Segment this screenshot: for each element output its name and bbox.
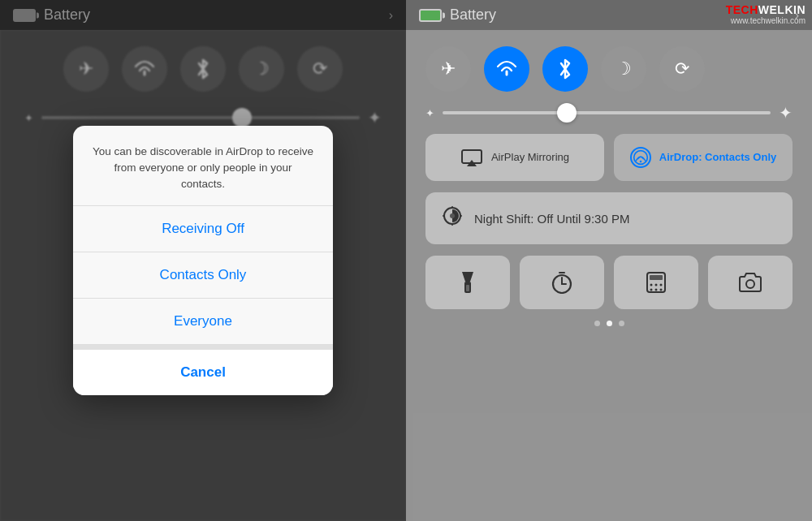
- left-panel: Battery › ✈ ☽ ⟳ ✦: [0, 0, 406, 521]
- airplay-label: AirPlay Mirroring: [491, 151, 569, 165]
- right-control-center: ✈ ☽ ⟳ ✦ ✦: [406, 30, 812, 521]
- lock-rotate-btn-right[interactable]: ⟳: [659, 46, 705, 92]
- bottom-icons-row: [425, 256, 793, 309]
- airdrop-label: AirDrop: Contacts Only: [659, 151, 776, 165]
- right-panel: TECHWELKIN www.techwelkin.com Battery › …: [406, 0, 812, 521]
- everyone-option[interactable]: Everyone: [73, 299, 333, 345]
- brightness-thumb-right: [557, 103, 577, 123]
- svg-point-23: [660, 289, 663, 291]
- dot-1: [594, 321, 600, 326]
- dialog-overlay: You can be discoverable in AirDrop to re…: [0, 0, 406, 521]
- moon-btn-right[interactable]: ☽: [601, 46, 646, 92]
- logo-tech: TECHWELKIN: [726, 3, 806, 16]
- battery-icon-right: [419, 9, 442, 22]
- page-dots: [425, 321, 793, 333]
- bluetooth-btn-right[interactable]: [542, 46, 588, 92]
- svg-marker-9: [462, 272, 473, 282]
- svg-point-20: [660, 284, 663, 286]
- contacts-only-option[interactable]: Contacts Only: [73, 252, 333, 299]
- camera-button[interactable]: [708, 256, 793, 309]
- brightness-high-icon-right: ✦: [779, 103, 793, 123]
- logo-url: www.techwelkin.com: [726, 16, 806, 25]
- brightness-low-icon-right: ✦: [425, 107, 434, 119]
- airplay-button[interactable]: AirPlay Mirroring: [425, 134, 604, 181]
- dot-2: [607, 321, 612, 326]
- svg-rect-17: [650, 275, 663, 280]
- brightness-slider-right[interactable]: [443, 111, 771, 114]
- dialog-cancel-section: Cancel: [73, 345, 333, 395]
- svg-point-2: [640, 161, 642, 163]
- svg-point-19: [655, 284, 658, 286]
- airdrop-dialog: You can be discoverable in AirDrop to re…: [73, 126, 333, 396]
- timer-button[interactable]: [520, 256, 604, 309]
- night-shift-icon: [442, 205, 463, 231]
- dialog-message: You can be discoverable in AirDrop to re…: [73, 126, 333, 207]
- wifi-btn-right[interactable]: [484, 46, 529, 92]
- airplay-airdrop-row: AirPlay Mirroring AirDrop: Contacts Only: [425, 134, 793, 181]
- svg-rect-11: [466, 285, 469, 291]
- svg-point-18: [650, 284, 653, 286]
- airdrop-button[interactable]: AirDrop: Contacts Only: [614, 134, 793, 181]
- night-shift-button[interactable]: Night Shift: Off Until 9:30 PM: [425, 192, 793, 244]
- cancel-button[interactable]: Cancel: [73, 350, 333, 395]
- svg-point-24: [746, 280, 754, 288]
- receiving-off-option[interactable]: Receiving Off: [73, 206, 333, 252]
- airplay-icon: [460, 149, 483, 166]
- svg-point-21: [650, 289, 653, 291]
- right-toggle-row: ✈ ☽ ⟳: [425, 46, 793, 92]
- logo-area: TECHWELKIN www.techwelkin.com: [726, 3, 806, 25]
- svg-point-22: [655, 289, 658, 291]
- calculator-button[interactable]: [614, 256, 698, 309]
- svg-point-4: [450, 213, 455, 218]
- dot-3: [619, 321, 624, 326]
- flashlight-button[interactable]: [425, 256, 510, 309]
- right-brightness-row: ✦ ✦: [425, 103, 793, 123]
- airdrop-icon: [630, 147, 651, 168]
- airplane-btn-right[interactable]: ✈: [425, 46, 471, 92]
- night-shift-label: Night Shift: Off Until 9:30 PM: [474, 212, 629, 226]
